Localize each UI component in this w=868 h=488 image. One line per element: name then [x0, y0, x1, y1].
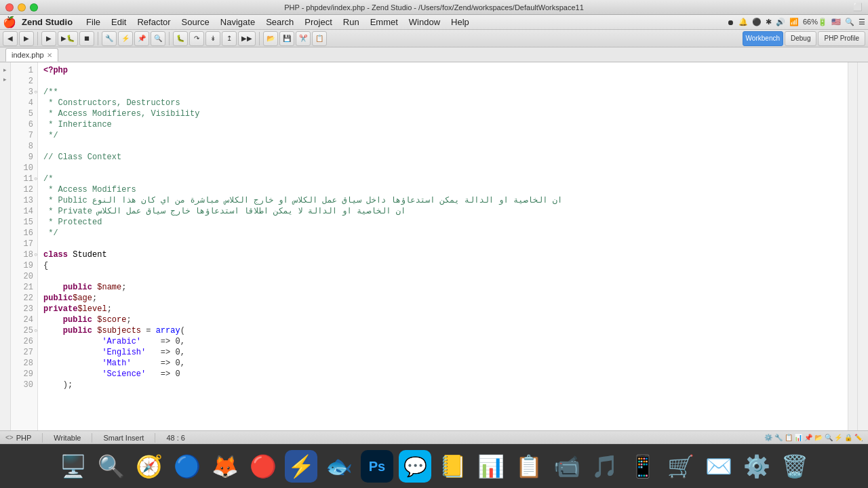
ln-23: 23 — [11, 304, 37, 314]
title-bar: PHP - phpdev/index.php - Zend Studio - /… — [0, 0, 868, 15]
code-line-4: * Constructors, Destructors — [43, 98, 842, 108]
tool2[interactable]: ⚡ — [118, 31, 133, 46]
menu-emmet[interactable]: Emmet — [365, 16, 403, 28]
dock-opera[interactable]: 🔴 — [247, 450, 279, 483]
ln-20: 20 — [11, 271, 37, 282]
code-line-24: public $score; — [43, 314, 842, 325]
step-into-btn[interactable]: ↡ — [205, 31, 220, 46]
code-line-1: <?php — [43, 65, 842, 76]
sep-2 — [98, 32, 98, 45]
sep-4 — [259, 32, 260, 45]
dock-safari[interactable]: 🧭 — [133, 450, 165, 483]
dock-iphone[interactable]: 📱 — [627, 450, 659, 483]
close-button[interactable] — [5, 3, 14, 12]
battery-icon: 66%🔋 — [803, 18, 827, 26]
ln-11: 11○ — [11, 174, 37, 184]
editor-main: 1 2 3○ 4 5 6 7 8 9 10 11○ 12 13 14 15 16… — [11, 62, 848, 430]
run-debug-button[interactable]: ▶🐛 — [58, 31, 78, 46]
traffic-lights — [5, 3, 38, 12]
menu-file[interactable]: File — [81, 16, 106, 28]
step-over-btn[interactable]: ↷ — [189, 31, 204, 46]
menu-navigate[interactable]: Navigate — [215, 16, 260, 28]
right-gutter — [857, 62, 868, 430]
code-editor[interactable]: <?php /** * Constructors, Destructors * … — [38, 62, 848, 430]
line-numbers: 1 2 3○ 4 5 6 7 8 9 10 11○ 12 13 14 15 16… — [11, 62, 38, 430]
ln-30: 30 — [11, 380, 37, 390]
status-sep-3 — [155, 433, 155, 443]
back-button[interactable]: ◀ — [3, 31, 18, 46]
dock-keynote[interactable]: 📋 — [513, 450, 545, 483]
step-out-btn[interactable]: ↥ — [222, 31, 237, 46]
ln-27: 27 — [11, 347, 37, 358]
tool6[interactable]: 💾 — [279, 31, 294, 46]
tool8[interactable]: 📋 — [312, 31, 327, 46]
resume-btn[interactable]: ▶▶ — [238, 31, 256, 46]
bell-icon: 🔔 — [738, 18, 748, 26]
dock-chrome[interactable]: 🔵 — [171, 450, 203, 483]
code-line-23: private $level; — [43, 304, 842, 314]
menu-help[interactable]: Help — [446, 16, 475, 28]
dock-photoshop[interactable]: Ps — [361, 450, 393, 483]
code-line-10 — [43, 163, 842, 174]
menu-refactor[interactable]: Refactor — [132, 16, 176, 28]
menu-run[interactable]: Run — [338, 16, 365, 28]
dock-numbers[interactable]: 📊 — [475, 450, 507, 483]
code-line-19: { — [43, 260, 842, 271]
gutter-icon-2: ▸ — [3, 76, 7, 83]
dock-appstore[interactable]: 🛒 — [665, 450, 697, 483]
minimize-button[interactable] — [18, 3, 26, 12]
debug-toolbar-btn[interactable]: 🐛 — [173, 31, 188, 46]
maximize-button[interactable] — [30, 3, 38, 12]
ln-4: 4 — [11, 98, 37, 108]
menu-source[interactable]: Source — [176, 16, 215, 28]
dock-itunes[interactable]: 🎵 — [589, 450, 621, 483]
ln-13: 13 — [11, 195, 37, 206]
dock-mail[interactable]: ✉️ — [703, 450, 735, 483]
left-gutter: ▸ ▸ — [0, 62, 11, 430]
ln-22: 22 — [11, 293, 37, 304]
code-line-13: * Public ان الخاصية او الدالة يمكن استدع… — [43, 195, 842, 206]
status-php-label: PHP — [16, 434, 32, 442]
tab-bar: index.php ✕ — [0, 47, 868, 62]
dock-notebooks[interactable]: 📒 — [437, 450, 469, 483]
forward-button[interactable]: ▶ — [19, 31, 34, 46]
app-name: Zend Studio — [22, 17, 73, 27]
dock-firefox[interactable]: 🦊 — [209, 450, 241, 483]
dock-skype[interactable]: 💬 — [399, 450, 431, 483]
menu-edit[interactable]: Edit — [106, 16, 132, 28]
dock-zendstudio[interactable]: ⚡ — [285, 450, 317, 483]
menu-window[interactable]: Window — [403, 16, 446, 28]
resize-icon: ⬜ — [853, 3, 863, 12]
volume-icon: 🔊 — [776, 18, 785, 26]
status-right-icons: ⚙️ 🔧 📋 📊 📌 📂 🔍 ⚡ 🔒 ✏️ — [764, 434, 863, 441]
tool5[interactable]: 📂 — [263, 31, 278, 46]
code-line-14: * Private ان الخاصية او الدالة لا يمكن ا… — [43, 206, 842, 217]
scroll-area[interactable] — [848, 62, 857, 430]
php-profile-button[interactable]: PHP Profile — [818, 31, 865, 46]
code-line-16: */ — [43, 228, 842, 239]
status-writable: Writable — [54, 434, 81, 442]
stop-button[interactable]: ⏹ — [79, 31, 94, 46]
menu-project[interactable]: Project — [299, 16, 337, 28]
dock-facetime[interactable]: 📹 — [551, 450, 583, 483]
tool1[interactable]: 🔧 — [102, 31, 117, 46]
sep-1 — [37, 32, 38, 45]
workbench-button[interactable]: Workbench — [743, 31, 783, 46]
wifi-icon: 📶 — [789, 18, 799, 26]
run-button[interactable]: ▶ — [41, 31, 56, 46]
tool3[interactable]: 📌 — [134, 31, 149, 46]
debug-button[interactable]: Debug — [785, 31, 816, 46]
flag-icon: 🇺🇸 — [831, 18, 841, 26]
dock-trash[interactable]: 🗑️ — [778, 450, 811, 483]
tab-close-icon[interactable]: ✕ — [47, 52, 52, 59]
menu-search[interactable]: Search — [260, 16, 299, 28]
dock-filezilla[interactable]: 🐟 — [323, 450, 355, 483]
tab-index-php[interactable]: index.php ✕ — [5, 48, 58, 62]
tool4[interactable]: 🔍 — [151, 31, 165, 46]
ln-28: 28 — [11, 358, 37, 369]
tool7[interactable]: ✂️ — [296, 31, 311, 46]
dock-settings[interactable]: ⚙️ — [741, 450, 773, 483]
code-line-28: 'Math' => 0, — [43, 358, 842, 369]
dock-alfred[interactable]: 🔍 — [95, 450, 127, 483]
dock-finder[interactable]: 🖥️ — [57, 450, 90, 483]
